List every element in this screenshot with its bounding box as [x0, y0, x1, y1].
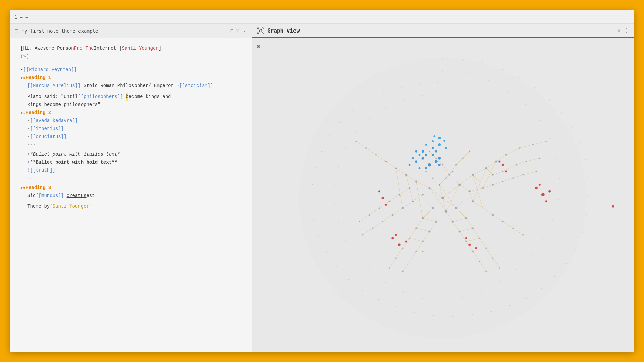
heading-1-text: Heading 1 [26, 74, 51, 82]
svg-point-236 [315, 167, 316, 168]
link-truth[interactable]: ![[truth]] [27, 167, 55, 175]
collapse-heading2[interactable]: ▼ [20, 110, 23, 116]
svg-point-200 [442, 57, 443, 58]
svg-point-248 [488, 80, 489, 81]
svg-point-160 [469, 151, 470, 152]
link-cruciatus[interactable]: [[cruciatus]] [30, 133, 66, 141]
svg-point-252 [550, 138, 551, 139]
svg-point-239 [340, 122, 341, 123]
heading-3-text: Heading 3 [26, 184, 51, 192]
link-the[interactable]: The [85, 45, 94, 53]
svg-point-265 [403, 291, 404, 292]
separator-text-2: --- [27, 175, 36, 183]
link-imperius[interactable]: [[imperius]] [30, 125, 64, 133]
svg-point-135 [412, 200, 414, 202]
svg-point-244 [419, 83, 420, 84]
svg-point-228 [362, 290, 363, 291]
note-layout-icon[interactable]: ⊞ [230, 28, 233, 34]
link-santi-younger[interactable]: Santi Younger [122, 45, 158, 53]
svg-point-222 [472, 314, 473, 315]
svg-point-214 [582, 232, 583, 233]
svg-point-121 [472, 174, 474, 176]
svg-point-281 [421, 157, 424, 159]
heading2-circle: ○ [23, 109, 25, 117]
heading-2-line: ▼ ○ Heading 2 [20, 109, 241, 117]
svg-point-206 [549, 99, 550, 100]
main-window: 1 ← → □ my first note theme example ⊞ × … [10, 10, 634, 352]
svg-point-175 [512, 228, 514, 229]
svg-point-126 [452, 221, 454, 223]
svg-point-266 [385, 282, 386, 283]
link-mundus[interactable]: [[mundus]] [36, 192, 64, 200]
svg-point-207 [561, 113, 562, 114]
graph-menu-icon[interactable]: ⋮ [624, 27, 629, 34]
svg-point-153 [432, 177, 433, 179]
svg-point-183 [532, 144, 534, 145]
link-philosophers[interactable]: [[philosophers]] [78, 93, 123, 101]
svg-point-315 [465, 237, 467, 239]
link-marcus[interactable]: [[Marcus Aurelius]] [27, 82, 81, 90]
svg-point-224 [433, 315, 434, 316]
nav-forward-button[interactable]: → [25, 14, 28, 20]
svg-point-165 [472, 251, 474, 252]
svg-point-149 [409, 237, 410, 239]
expand-marker: (») [20, 53, 29, 61]
heading-3-line: ▼ ● Heading 3 [20, 184, 241, 192]
svg-point-209 [579, 142, 580, 143]
svg-point-171 [392, 214, 393, 216]
link-from[interactable]: From [74, 45, 86, 53]
svg-point-246 [442, 71, 443, 72]
svg-point-216 [566, 263, 567, 264]
graph-visualization[interactable] [252, 38, 634, 352]
line-cruciatus: • [[cruciatus]] [20, 133, 241, 141]
note-menu-icon[interactable]: ⋮ [242, 28, 247, 34]
graph-close-icon[interactable]: × [617, 27, 620, 34]
svg-point-304 [541, 193, 545, 196]
svg-point-263 [442, 300, 443, 301]
svg-point-148 [422, 241, 424, 242]
svg-point-285 [432, 154, 434, 156]
bold-bullet-text: **Bullet point with bold text** [30, 159, 117, 167]
svg-point-282 [435, 160, 438, 163]
collapse-heading1[interactable]: ▼ [20, 75, 23, 81]
separator-text-1: --- [27, 141, 36, 149]
note-close-icon[interactable]: × [236, 28, 239, 34]
line-sic-mundus: Sic [[mundus]] creatus est [20, 192, 241, 200]
line-feynman: - [[Richard Feynman]] [20, 66, 241, 74]
svg-point-235 [312, 184, 313, 185]
svg-point-191 [365, 147, 367, 149]
collapse-heading3[interactable]: ▼ [20, 185, 23, 191]
svg-point-226 [395, 306, 396, 307]
line-theme-by: Theme by `Santi Younger` [20, 203, 241, 211]
svg-point-178 [395, 257, 397, 259]
svg-point-283 [415, 160, 417, 163]
svg-point-115 [458, 184, 461, 186]
line-truth: ![[truth]] [20, 167, 241, 175]
graph-network-icon [257, 27, 264, 35]
link-avada[interactable]: [[avada kedavra]] [30, 117, 78, 125]
svg-point-172 [519, 147, 520, 149]
creatus-text: creatus [67, 192, 87, 200]
graph-settings-icon[interactable]: ⚙ [257, 43, 260, 50]
svg-point-231 [326, 251, 327, 252]
separator-2: --- [20, 175, 241, 183]
svg-point-179 [492, 257, 493, 259]
svg-point-234 [311, 201, 312, 202]
note-tab-bar: □ my first note theme example ⊞ × ⋮ [10, 24, 252, 38]
note-panel: □ my first note theme example ⊞ × ⋮ [Hi,… [10, 24, 252, 352]
svg-point-143 [492, 214, 494, 216]
svg-point-176 [479, 261, 480, 262]
link-feynman[interactable]: [[Richard Feynman]] [23, 66, 77, 74]
svg-point-167 [402, 247, 404, 249]
nav-back-button[interactable]: ← [20, 14, 22, 20]
svg-point-267 [369, 270, 370, 271]
svg-point-173 [516, 164, 517, 165]
svg-point-317 [505, 170, 507, 172]
svg-point-211 [588, 178, 589, 179]
link-stoicism[interactable]: [[stoicism]] [179, 82, 213, 90]
svg-point-286 [438, 157, 441, 159]
svg-point-307 [539, 184, 541, 186]
svg-point-202 [482, 62, 483, 63]
svg-point-229 [348, 279, 349, 280]
svg-point-163 [502, 181, 503, 182]
